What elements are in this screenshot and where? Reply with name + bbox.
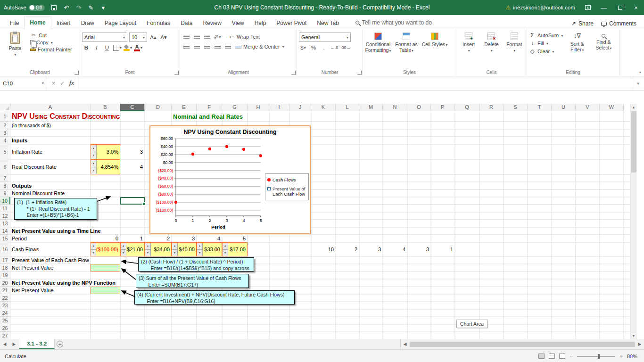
cell-B16[interactable]: ▲▼($100.00): [91, 242, 120, 256]
cell-C15[interactable]: 1: [120, 235, 145, 242]
cell-A1[interactable]: NPV Using Constant Discounting: [10, 111, 91, 122]
decrease-decimal-button[interactable]: .00→: [340, 43, 351, 52]
name-box[interactable]: C10 ▾: [0, 76, 47, 90]
cell-P16[interactable]: 1: [431, 242, 455, 256]
sort-filter-button[interactable]: ↕∇ Sort & Filter▾: [565, 31, 589, 55]
format-as-table-button[interactable]: Format as Table▾: [393, 31, 420, 53]
format-cells-button[interactable]: Format▾: [504, 31, 525, 53]
menu-tab-new-tab[interactable]: New Tab: [312, 17, 344, 29]
spreadsheet-grid[interactable]: (1) (1 + Inflation Rate) * (1+ Real Disc…: [0, 104, 630, 339]
chart-legend[interactable]: Cash FlowsPresent Value of Each Cash Flo…: [265, 173, 309, 200]
spin-down-icon[interactable]: ▼: [197, 250, 202, 256]
spin-up-icon[interactable]: ▲: [91, 243, 96, 250]
spin-down-icon[interactable]: ▼: [91, 250, 96, 256]
cell-B5[interactable]: ▲▼3.0%: [91, 144, 120, 159]
spinner-control[interactable]: ▲▼: [197, 243, 203, 256]
qat-extra-button[interactable]: ✎: [85, 2, 97, 13]
menu-tab-page-layout[interactable]: Page Layout: [99, 17, 141, 29]
format-painter-button[interactable]: Format Painter: [30, 47, 72, 52]
scroll-up-button[interactable]: ▲: [630, 104, 637, 110]
menu-tab-data[interactable]: Data: [175, 17, 198, 29]
col-header-O[interactable]: O: [407, 104, 431, 111]
col-header-J[interactable]: J: [289, 104, 311, 111]
enter-formula-button[interactable]: ✓: [60, 80, 65, 87]
cell-F15[interactable]: 4: [197, 235, 222, 242]
spin-up-icon[interactable]: ▲: [145, 243, 150, 250]
col-header-D[interactable]: D: [145, 104, 172, 111]
cell-B6[interactable]: ▲▼4.854%: [91, 159, 120, 174]
callout-formula-1[interactable]: (1) (1 + Inflation Rate) * (1+ Real Disc…: [14, 198, 97, 220]
formula-input[interactable]: [79, 76, 632, 90]
paste-button[interactable]: Paste▾: [2, 31, 28, 57]
cell-A9[interactable]: Nominal Discount Rate: [10, 189, 91, 197]
increase-indent-button[interactable]: [223, 42, 232, 51]
spinner-control[interactable]: ▲▼: [121, 243, 126, 256]
sheet-nav-right-button[interactable]: ▶: [9, 339, 19, 349]
cell-B21[interactable]: [91, 287, 120, 294]
comments-button[interactable]: Comments: [601, 20, 636, 27]
font-name-select[interactable]: Arial▾: [82, 33, 127, 42]
menu-tab-home[interactable]: Home: [24, 16, 51, 29]
zoom-out-button[interactable]: −: [570, 353, 573, 360]
restore-button[interactable]: [612, 0, 628, 15]
row-header-13[interactable]: 13: [0, 220, 10, 227]
page-layout-view-button[interactable]: [549, 354, 555, 359]
spin-up-icon[interactable]: ▲: [197, 243, 202, 250]
cell-A6[interactable]: Real Discount Rate: [10, 159, 91, 174]
row-header-15[interactable]: 15: [0, 235, 10, 242]
col-header-G[interactable]: G: [222, 104, 248, 111]
scroll-down-button[interactable]: ▼: [630, 332, 637, 339]
expand-formula-bar-button[interactable]: ▾: [632, 76, 644, 90]
row-header-24[interactable]: 24: [0, 309, 10, 317]
spinner-control[interactable]: ▲▼: [91, 243, 96, 256]
row-header-23[interactable]: 23: [0, 302, 10, 309]
menu-tab-file[interactable]: File: [5, 17, 24, 29]
menu-tab-help[interactable]: Help: [249, 17, 272, 29]
underline-button[interactable]: U: [103, 43, 111, 52]
status-calculate[interactable]: Calculate: [0, 354, 26, 359]
cancel-formula-button[interactable]: ×: [52, 80, 55, 87]
redo-button[interactable]: ↷: [73, 2, 84, 13]
cell-D16[interactable]: ▲▼$34.00: [145, 242, 172, 256]
cell-A14[interactable]: Net Present Value using a Time Line: [10, 227, 91, 235]
sheet-nav-left-button[interactable]: ◀: [0, 339, 9, 349]
row-header-1[interactable]: 1: [0, 111, 10, 122]
col-header-F[interactable]: F: [197, 104, 222, 111]
customize-quick-access-button[interactable]: ▾: [98, 2, 109, 13]
account-info[interactable]: ⚠ inezsimon1@outlook.com: [505, 4, 575, 11]
vertical-scroll-thumb[interactable]: [631, 111, 636, 173]
spinner-control[interactable]: ▲▼: [91, 145, 97, 159]
horizontal-scrollbar[interactable]: [409, 339, 636, 349]
spinner-control[interactable]: ▲▼: [145, 243, 151, 256]
clear-button[interactable]: ◇Clear▾: [529, 48, 563, 55]
align-left-button[interactable]: [182, 42, 190, 51]
row-header-10[interactable]: 10: [0, 197, 10, 205]
col-header-S[interactable]: S: [504, 104, 528, 111]
cell-G15[interactable]: 5: [222, 235, 248, 242]
menu-tab-review[interactable]: Review: [198, 17, 226, 29]
alignment-dialog-launcher[interactable]: [291, 71, 296, 75]
cell-styles-button[interactable]: Cell Styles▾: [421, 31, 448, 53]
col-header-T[interactable]: T: [528, 104, 552, 111]
row-header-19[interactable]: 19: [0, 272, 10, 279]
cell-A16[interactable]: Cash Flows: [10, 242, 91, 256]
row-header-5[interactable]: 5: [0, 144, 10, 159]
spin-up-icon[interactable]: ▲: [223, 243, 228, 250]
callout-formula-4[interactable]: (4) (Current Investment) + NPV(Discount …: [134, 290, 295, 304]
row-header-7[interactable]: 7: [0, 174, 10, 182]
decrease-indent-button[interactable]: [213, 42, 222, 51]
horizontal-scroll-thumb[interactable]: [410, 342, 635, 347]
cell-A4[interactable]: Inputs: [10, 137, 91, 144]
insert-function-button[interactable]: fx: [69, 80, 74, 87]
spin-down-icon[interactable]: ▼: [172, 250, 177, 256]
align-center-button[interactable]: [192, 42, 201, 51]
vertical-scrollbar[interactable]: ▲ ▼: [630, 104, 637, 339]
borders-button[interactable]: ▾: [113, 43, 122, 52]
spinner-control[interactable]: ▲▼: [223, 243, 228, 256]
align-bottom-button[interactable]: [203, 33, 211, 41]
clipboard-dialog-launcher[interactable]: [74, 71, 79, 75]
cell-G16[interactable]: ▲▼$17.00: [222, 242, 248, 256]
wrap-text-button[interactable]: ↩Wrap Text: [228, 34, 260, 40]
fill-button[interactable]: ↓Fill▾: [529, 40, 563, 47]
col-header-C[interactable]: C: [120, 104, 145, 111]
